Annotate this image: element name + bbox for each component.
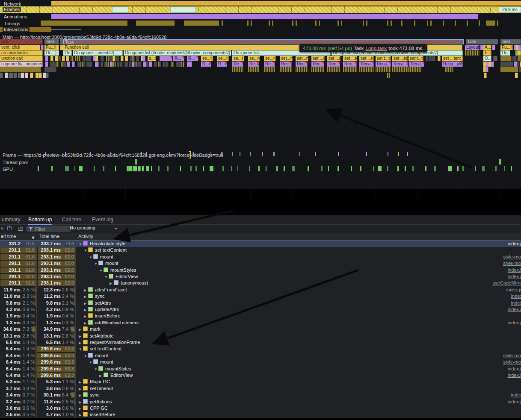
flame-block[interactable] [465,50,480,56]
flame-block[interactable] [0,67,41,72]
source-link[interactable]: index.js [508,399,521,405]
flame-block[interactable] [41,45,44,50]
flame-block[interactable] [60,45,63,50]
flame-block[interactable] [518,45,521,50]
activity-label[interactable]: attrsFromFacet [95,287,127,292]
collapse-icon[interactable]: ▼ [104,274,109,280]
flame-block[interactable] [515,73,518,78]
table-row[interactable]: 1.9 ms0.4 %1.9 ms0.4 %▶insertBefore [0,313,521,319]
activity-label[interactable]: mountStyles [105,366,131,371]
table-row[interactable]: 3.7 ms0.8 %3.8 ms0.8 %▶setTimeout [0,385,521,392]
flame-block-recle[interactable]: Rec..le [280,62,292,67]
flame-block[interactable] [438,56,441,61]
collapse-icon[interactable]: ▼ [89,254,93,260]
flame-block-settent[interactable]: set ...tent [392,56,408,61]
activity-label[interactable]: getActions [90,399,112,404]
activity-label[interactable]: (anonymous) [121,280,148,285]
collapse-icon[interactable]: ▼ [84,353,88,359]
flame-block[interactable] [500,67,518,72]
thread-pool-label[interactable]: Thread pool [3,160,28,165]
table-row[interactable]: 6.4 ms1.4 %299.6 ms63.3 %▼mountStylesind… [0,366,521,372]
flame-block[interactable] [14,73,17,78]
activity-label[interactable]: set textContent [95,247,127,253]
table-row[interactable]: 3.0 ms0.6 %3.0 ms0.6 %▶CPP GC [0,405,521,411]
activity-label[interactable]: requestAnimationFrame [90,340,140,345]
flame-block[interactable] [136,56,139,61]
activity-label[interactable]: mountStyles [110,267,136,273]
regex-icon[interactable]: (*) [7,225,12,230]
expand-icon[interactable]: ▶ [79,405,83,411]
flame-block[interactable] [248,67,259,72]
flame-block[interactable] [296,67,308,72]
flame-block-set[interactable]: se...t [217,56,229,61]
flame-block[interactable] [491,62,494,67]
expand-icon[interactable]: ▶ [110,280,114,286]
expand-icon[interactable]: ▶ [79,379,83,385]
flame-block[interactable] [494,56,497,61]
flame-block[interactable] [517,62,520,67]
flame-block-onignorelistnodemodulesbowercomponents[interactable]: On ignore list (\/node_modules\/|\/bower… [124,50,231,56]
activity-label[interactable]: set textContent [90,346,121,351]
flame-block-onignoreonents[interactable]: On ignore ...onents\/) [73,50,123,56]
flame-block[interactable] [18,73,21,78]
flame-block[interactable] [429,56,432,61]
flame-block[interactable] [500,56,512,61]
flame-block[interactable] [116,56,120,61]
flame-block[interactable] [232,67,243,72]
activity-label[interactable]: Recalculate style [90,241,125,246]
expand-icon[interactable]: ▶ [79,333,83,339]
flame-block[interactable] [45,56,48,61]
activity-label[interactable]: EditorView [115,274,138,279]
activity-label[interactable]: mount [95,353,108,358]
flame-block[interactable] [101,62,104,67]
flame-block-recayle[interactable]: Reca...yle [409,62,424,67]
collapse-icon[interactable]: ▼ [89,359,93,365]
flame-block-full[interactable]: Fu...ll [44,45,59,50]
activity-label[interactable]: updateAttrs [95,307,119,312]
flame-block[interactable] [77,62,80,67]
flame-block-setnt[interactable]: set...nt [296,56,308,61]
tooltip-long-task-link[interactable]: Long task [365,46,387,51]
flame-block-rele[interactable]: Re..le [248,62,259,67]
source-link[interactable]: style-mod [503,352,521,359]
flame-block[interactable] [311,67,324,72]
flame-block[interactable] [154,62,157,67]
flame-block-on[interactable]: On...) [44,50,59,56]
activity-label[interactable]: sync [95,294,105,299]
flame-block[interactable] [117,62,120,67]
flame-block[interactable] [30,73,33,78]
source-link[interactable]: index.js [508,372,521,379]
flame-block[interactable] [56,62,59,67]
activity-label[interactable]: CPP GC [90,405,108,411]
flame-block[interactable] [120,62,123,67]
flame-block[interactable] [95,56,98,61]
flame-block-recyle[interactable]: Rec...yle [327,62,340,67]
tab-call-tree[interactable]: Call tree [62,215,81,224]
expand-icon[interactable]: ▶ [84,313,88,319]
flame-block[interactable] [181,62,184,67]
expand-icon[interactable]: ▶ [84,300,88,306]
flame-block-recle[interactable]: Rec...le [311,62,324,67]
expand-icon[interactable]: ▶ [84,287,88,293]
activity-label[interactable]: mount [100,359,113,364]
flame-block-task[interactable]: Task [466,39,498,44]
table-row[interactable]: 291.1 ms61.6 %293.1 ms62.0 %▶(anonymous)… [0,280,521,286]
match-word-icon[interactable]: ab [18,225,23,231]
flame-block-fuil[interactable]: Fu...Il [500,45,513,50]
flame-block[interactable] [95,62,99,67]
flame-block-rele[interactable]: Re...le [264,62,275,67]
flame-block[interactable] [376,67,391,72]
table-row[interactable]: 6.4 ms1.4 %299.6 ms63.3 %▼set textConten… [0,346,521,352]
flame-block[interactable] [149,62,152,67]
flame-block[interactable] [121,56,124,61]
flame-block-layout[interactable]: Layout [465,45,480,50]
source-link[interactable]: index.js [508,366,521,372]
activity-label[interactable]: insertBefore [95,313,120,318]
gpu-label[interactable]: GPU [3,167,13,172]
expand-icon[interactable]: ▶ [99,373,104,379]
flame-block-on[interactable]: On...) [500,50,510,56]
flame-block[interactable] [72,62,75,67]
table-row[interactable]: 291.1 ms61.6 %293.1 ms62.0 %▼set textCon… [0,247,521,253]
flame-block-setent[interactable]: set ...ent [327,56,340,61]
activity-label[interactable]: mark [90,326,100,332]
